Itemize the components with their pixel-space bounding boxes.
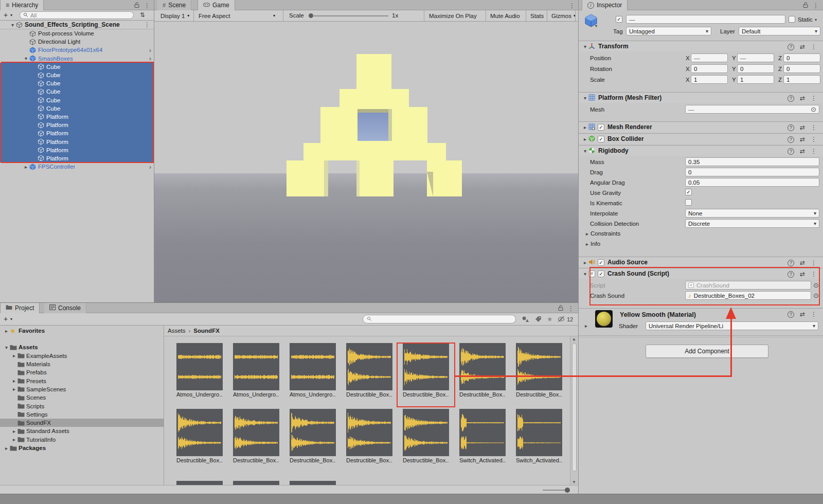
audio-waveform-thumbnail[interactable] (233, 409, 279, 456)
inspector-menu-icon[interactable]: ⋮ (813, 2, 819, 9)
asset-item-destructible-box--8[interactable]: Destructible_Box... (233, 409, 279, 463)
project-folder-scripts[interactable]: Scripts (0, 402, 164, 410)
gameobject-enabled-checkbox[interactable]: ✓ (616, 16, 622, 23)
hierarchy-item-cube[interactable]: Cube (0, 104, 154, 113)
hierarchy-item-cube[interactable]: Cube (0, 79, 154, 87)
hierarchy-item-cube[interactable]: Cube (0, 71, 154, 79)
is-kinematic-checkbox[interactable] (685, 199, 692, 206)
favorites-star-icon[interactable]: ★ (547, 315, 553, 323)
audio-waveform-thumbnail[interactable] (176, 343, 223, 390)
rotation-y-field[interactable]: 0 (737, 64, 774, 73)
project-search-input[interactable] (363, 315, 516, 323)
audio-source-header[interactable]: ▸ ✓ Audio Source ?⇄⋮ (579, 257, 823, 267)
aspect-dropdown[interactable]: Free Aspect▾ (194, 10, 279, 21)
foldout-arrow[interactable]: ▸ (11, 378, 17, 384)
hierarchy-item-platform[interactable]: Platform (0, 129, 154, 137)
project-folder-favorites[interactable]: ▸★Favorites (0, 327, 164, 335)
project-folder-settings[interactable]: Settings (0, 410, 164, 419)
collision-detection-dropdown[interactable]: Discrete (685, 219, 819, 228)
component-menu-icon[interactable]: ⋮ (811, 95, 817, 102)
game-viewport[interactable] (154, 22, 579, 302)
crash-sound-clip-field[interactable]: ♪Destructible_Boxes_02 (685, 291, 811, 300)
asset-item-switch-activated--12[interactable]: Switch_Activated... (459, 409, 506, 463)
hierarchy-item-directional-light[interactable]: Directional Light (0, 38, 154, 46)
scale-y-field[interactable]: 1 (737, 75, 774, 84)
presets-icon[interactable]: ⇄ (800, 148, 805, 155)
tab-game[interactable]: Game (198, 0, 235, 10)
audio-waveform-thumbnail[interactable] (290, 409, 336, 456)
audio-waveform-thumbnail[interactable] (233, 343, 279, 390)
mass-field[interactable]: 0.35 (685, 157, 819, 166)
asset-item-destructible-box--6[interactable]: Destructible_Box... (516, 343, 562, 398)
object-picker-icon[interactable]: ⊙ (813, 282, 819, 289)
project-folder-packages[interactable]: ▸Packages (0, 444, 164, 452)
hierarchy-item-fpscontroller[interactable]: ▸FPSController› (0, 163, 154, 171)
scale-slider-track[interactable] (313, 15, 388, 16)
project-menu-icon[interactable]: ⋮ (568, 305, 574, 312)
mesh-filter-header[interactable]: ▾ Platform (Mesh Filter) ?⇄⋮ (579, 92, 823, 103)
create-dropdown-icon[interactable]: ▾ (10, 13, 12, 17)
component-menu-icon[interactable]: ⋮ (811, 271, 817, 278)
box-collider-header[interactable]: ▸ ✓ Box Collider ?⇄⋮ (579, 133, 823, 144)
mesh-object-field[interactable]: —⊙ (685, 105, 819, 114)
position-y-field[interactable]: — (737, 53, 774, 62)
thumbnail-zoom-handle[interactable] (565, 488, 570, 493)
foldout-arrow[interactable]: ▾ (582, 148, 588, 154)
use-gravity-checkbox[interactable]: ✓ (685, 189, 692, 195)
lock-icon[interactable] (802, 2, 809, 9)
constraints-foldout[interactable]: ▸Constraints (584, 230, 620, 237)
create-dropdown-icon[interactable]: ▾ (10, 317, 12, 321)
position-z-field[interactable]: 0 (783, 53, 820, 62)
search-by-label-icon[interactable] (535, 316, 542, 323)
audio-waveform-thumbnail[interactable] (346, 343, 392, 390)
asset-item-selected-destructible-box--4[interactable]: Destructible_Box... (403, 343, 449, 398)
info-foldout[interactable]: ▸Info (584, 241, 600, 247)
help-icon[interactable]: ? (788, 311, 794, 318)
object-picker-icon[interactable]: ⊙ (813, 292, 819, 299)
hierarchy-item-platform[interactable]: Platform (0, 121, 154, 129)
foldout-arrow[interactable]: ▾ (582, 271, 588, 277)
foldout-arrow[interactable]: ▸ (3, 445, 10, 451)
scroll-up-icon[interactable]: ▲ (572, 337, 576, 341)
asset-item-switch-activated--13[interactable]: Switch_Activated... (516, 409, 562, 463)
component-enabled-checkbox[interactable]: ✓ (598, 259, 604, 266)
project-folder-soundfx[interactable]: SoundFX (0, 419, 164, 427)
presets-icon[interactable]: ⇄ (800, 43, 805, 50)
tab-project[interactable]: Project (0, 303, 40, 313)
display-dropdown[interactable]: Display 1 ▾ (156, 10, 193, 21)
component-enabled-checkbox[interactable]: ✓ (598, 124, 604, 131)
tab-scene[interactable]: # Scene (157, 0, 191, 10)
project-folder-assets[interactable]: ▾Assets (0, 343, 164, 351)
project-folder-presets[interactable]: ▸Presets (0, 376, 164, 385)
component-menu-icon[interactable]: ⋮ (811, 259, 817, 266)
foldout-arrow[interactable]: ▸ (11, 428, 17, 434)
asset-item-destructible-box--9[interactable]: Destructible_Box... (290, 409, 336, 463)
foldout-arrow[interactable]: ▾ (582, 95, 588, 101)
static-checkbox[interactable] (789, 16, 795, 23)
transform-header[interactable]: ▾ Transform ?⇄⋮ (579, 41, 823, 51)
stats-button[interactable]: Stats (526, 10, 548, 21)
static-dropdown-icon[interactable]: ▾ (815, 17, 817, 22)
presets-icon[interactable]: ⇄ (800, 271, 805, 278)
scrollbar-thumb[interactable] (572, 343, 577, 472)
tab-hierarchy[interactable]: ≡ Hierarchy (0, 0, 44, 10)
foldout-arrow[interactable]: ▸ (11, 437, 17, 442)
hierarchy-item-post-process-volume[interactable]: Post-process Volume (0, 29, 154, 38)
grid-scrollbar[interactable]: ▲ ▼ (570, 336, 578, 485)
thumbnail-zoom-track[interactable] (543, 490, 567, 491)
breadcrumb-assets[interactable]: Assets (168, 328, 186, 334)
asset-item-atmos-undergro--1[interactable]: Atmos_Undergro... (233, 343, 279, 398)
audio-waveform-thumbnail[interactable] (459, 409, 506, 456)
audio-waveform-thumbnail[interactable] (516, 409, 562, 456)
foldout-arrow[interactable]: ▾ (23, 56, 29, 61)
presets-icon[interactable]: ⇄ (800, 136, 805, 143)
sort-icon[interactable]: ⇅ (140, 11, 145, 19)
component-menu-icon[interactable]: ⋮ (811, 124, 817, 131)
maximize-on-play-button[interactable]: Maximize On Play (425, 10, 481, 21)
presets-icon[interactable]: ⇄ (800, 259, 805, 266)
audio-waveform-thumbnail[interactable] (346, 409, 392, 456)
add-component-button[interactable]: Add Component (646, 345, 768, 358)
foldout-arrow[interactable]: ▸ (582, 124, 588, 130)
audio-waveform-thumbnail[interactable] (516, 343, 562, 390)
help-icon[interactable]: ? (788, 136, 794, 143)
